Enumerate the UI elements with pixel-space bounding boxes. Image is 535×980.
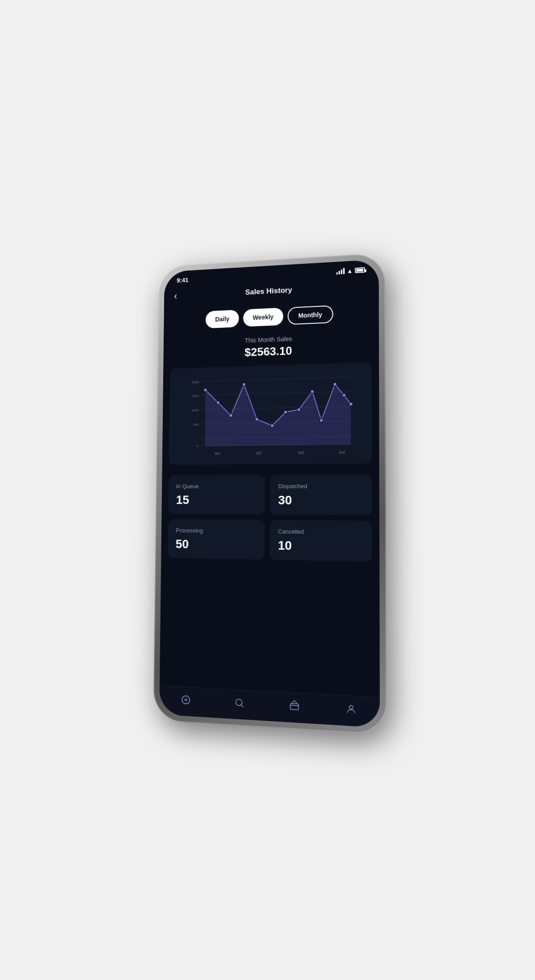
stat-dispatched-label: Dispatched [278, 483, 363, 490]
svg-point-19 [311, 390, 314, 393]
svg-text:W4: W4 [339, 450, 345, 455]
search-icon [234, 697, 244, 709]
stat-in-queue-value: 15 [176, 493, 257, 507]
signal-icon [337, 268, 345, 275]
svg-line-37 [290, 705, 298, 706]
svg-point-38 [349, 705, 353, 709]
svg-text:1000: 1000 [191, 408, 199, 412]
svg-text:0: 0 [197, 444, 199, 448]
svg-point-17 [284, 410, 287, 414]
phone-frame: 9:41 ▲ ‹ Sales History [153, 253, 387, 735]
chart-container: 5000 2500 1000 500 0 [169, 362, 372, 465]
stat-in-queue: In Queue 15 [169, 475, 265, 514]
svg-point-11 [204, 388, 207, 392]
nav-profile[interactable] [338, 701, 364, 718]
back-button[interactable]: ‹ [174, 289, 181, 303]
period-weekly-button[interactable]: Weekly [243, 308, 283, 327]
svg-point-23 [349, 402, 353, 406]
svg-line-35 [241, 705, 243, 707]
stat-processing-value: 50 [176, 537, 257, 552]
stat-dispatched-value: 30 [278, 493, 364, 508]
profile-icon [345, 703, 356, 715]
period-monthly-button[interactable]: Monthly [288, 305, 333, 325]
svg-rect-36 [290, 703, 298, 710]
svg-line-0 [200, 377, 351, 382]
nav-cart[interactable] [281, 698, 307, 714]
status-icons: ▲ [337, 266, 365, 275]
svg-point-20 [320, 419, 323, 422]
nav-compass[interactable] [173, 692, 198, 708]
stat-cancelled: Cancelled 10 [270, 520, 372, 562]
compass-icon [181, 694, 191, 705]
stat-processing-label: Processing [176, 527, 257, 535]
wifi-icon: ▲ [347, 267, 353, 274]
svg-point-12 [216, 401, 220, 404]
phone-screen: 9:41 ▲ ‹ Sales History [159, 259, 380, 728]
stat-cancelled-value: 10 [278, 539, 363, 554]
stat-processing: Processing 50 [168, 519, 264, 559]
svg-point-29 [185, 699, 186, 701]
stat-cancelled-label: Cancelled [278, 528, 363, 535]
period-daily-button[interactable]: Daily [206, 310, 239, 328]
screen-content[interactable]: ‹ Sales History Daily Weekly Monthly Thi… [160, 274, 380, 697]
svg-text:W2: W2 [256, 451, 262, 455]
svg-point-28 [182, 696, 189, 704]
svg-line-1 [200, 392, 351, 396]
svg-point-15 [255, 417, 259, 421]
svg-text:W1: W1 [215, 451, 221, 456]
nav-search[interactable] [227, 695, 252, 711]
phone-wrapper: 9:41 ▲ ‹ Sales History [153, 253, 387, 735]
stat-in-queue-label: In Queue [176, 483, 257, 490]
stats-grid: In Queue 15 Dispatched 30 Processing 50 … [161, 471, 379, 566]
svg-point-21 [333, 382, 337, 386]
sales-chart: 5000 2500 1000 500 0 [172, 368, 368, 460]
page-title: Sales History [245, 286, 292, 297]
svg-text:5000: 5000 [192, 380, 200, 384]
svg-point-18 [297, 408, 300, 412]
svg-text:500: 500 [193, 422, 199, 426]
svg-point-22 [342, 393, 346, 397]
battery-icon [355, 267, 365, 273]
svg-point-16 [271, 424, 274, 427]
svg-point-13 [229, 414, 233, 417]
status-time: 9:41 [177, 277, 188, 284]
svg-text:2500: 2500 [192, 394, 200, 398]
svg-text:W3: W3 [298, 450, 304, 455]
stat-dispatched: Dispatched 30 [270, 474, 372, 515]
cart-icon [289, 700, 300, 712]
svg-point-14 [242, 383, 246, 386]
